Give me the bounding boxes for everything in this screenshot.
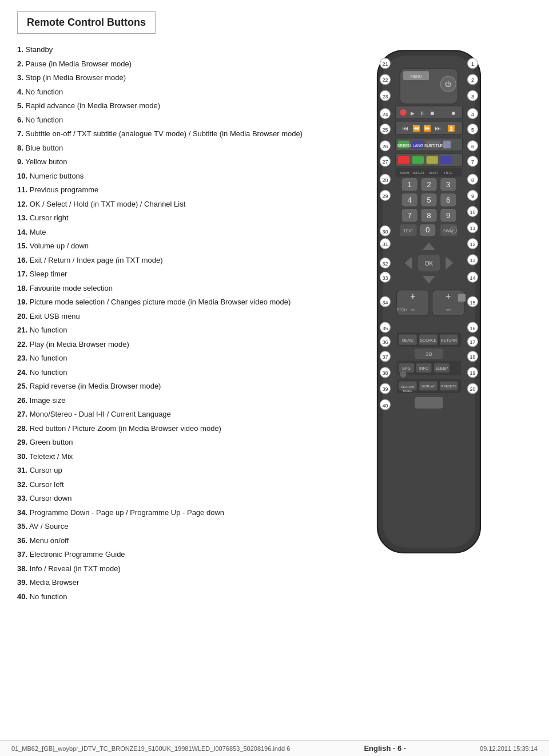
list-item: 40. No function <box>17 591 326 603</box>
svg-rect-133 <box>458 294 466 302</box>
svg-text:37: 37 <box>382 354 388 360</box>
list-item: 16. Exit / Return / Index page (in TXT m… <box>17 255 326 266</box>
svg-rect-50 <box>443 141 451 149</box>
list-item: 14. Mute <box>17 227 326 238</box>
svg-text:16: 16 <box>470 326 475 331</box>
svg-text:TITLE: TITLE <box>444 171 453 175</box>
svg-text:7: 7 <box>471 159 474 165</box>
list-item: 4. No function <box>17 86 326 98</box>
svg-point-24 <box>400 109 406 116</box>
svg-text:⏸: ⏸ <box>420 110 425 116</box>
svg-text:SEARCH: SEARCH <box>401 385 414 389</box>
list-item: 3. Stop (in Media Browser mode) <box>17 72 326 84</box>
svg-text:MODE: MODE <box>403 389 412 393</box>
svg-text:40: 40 <box>382 403 388 409</box>
svg-text:12: 12 <box>470 242 475 247</box>
list-item: 32. Cursor left <box>17 479 326 490</box>
svg-text:SWAP: SWAP <box>443 229 455 233</box>
page-title: Remote Control Buttons <box>27 17 146 29</box>
footer-bar: 01_MB62_[GB]_woybpr_IDTV_TC_BRONZE19_510… <box>0 740 549 756</box>
list-item: 35. AV / Source <box>17 521 326 532</box>
list-item: 12. OK / Select / Hold (in TXT mode) / C… <box>17 199 326 210</box>
footer-left: 01_MB62_[GB]_woybpr_IDTV_TC_BRONZE19_510… <box>11 745 290 752</box>
svg-text:10: 10 <box>470 209 475 215</box>
svg-text:24: 24 <box>382 112 388 117</box>
svg-text:LANG: LANG <box>413 144 423 148</box>
page-wrapper: Remote Control Buttons 1. Standby2. Paus… <box>0 0 549 756</box>
list-item: 7. Subtitle on-off / TXT subtitle (analo… <box>17 128 326 140</box>
svg-text:ZOOM: ZOOM <box>400 171 409 175</box>
list-item: 17. Sleep timer <box>17 268 326 280</box>
list-item: 9. Yellow buton <box>17 156 326 168</box>
list-item: 38. Info / Reveal (in TXT mode) <box>17 563 326 575</box>
text-column: 1. Standby2. Pause (in Media Browser mod… <box>17 44 326 605</box>
list-item: 10. Numeric buttons <box>17 171 326 182</box>
svg-text:18: 18 <box>470 354 475 360</box>
list-item: 27. Mono/Stereo - Dual I-II / Current La… <box>17 409 326 420</box>
svg-text:21: 21 <box>382 61 388 67</box>
svg-text:REPEAT: REPEAT <box>412 171 425 175</box>
svg-text:14: 14 <box>470 275 475 281</box>
list-item: 20. Exit USB menu <box>17 311 326 322</box>
list-item: 36. Menu on/off <box>17 535 326 547</box>
list-item: 2. Pause (in Media Browser mode) <box>17 58 326 70</box>
list-item: 31. Cursor up <box>17 465 326 476</box>
svg-text:⏹: ⏹ <box>429 110 435 116</box>
svg-text:29: 29 <box>382 193 388 199</box>
svg-text:MENU: MENU <box>402 338 413 342</box>
list-item: 8. Blue button <box>17 143 326 154</box>
svg-text:9: 9 <box>446 211 451 220</box>
remote-image: 21 1 22 2 23 3 <box>343 44 526 561</box>
list-item: 1. Standby <box>17 44 326 56</box>
svg-text:30: 30 <box>382 229 388 235</box>
svg-text:RETURN: RETURN <box>441 338 457 342</box>
svg-text:P/CH: P/CH <box>396 307 407 312</box>
svg-text:⏫: ⏫ <box>447 124 456 132</box>
remote-column: 21 1 22 2 23 3 <box>337 44 532 605</box>
list-item: 11. Previous programme <box>17 184 326 196</box>
svg-text:39: 39 <box>382 386 388 392</box>
svg-rect-181 <box>415 397 443 409</box>
svg-text:34: 34 <box>382 300 388 306</box>
list-item: 33. Cursor down <box>17 493 326 504</box>
list-item: 28. Red button / Picture Zoom (in Media … <box>17 423 326 434</box>
svg-text:5: 5 <box>471 127 474 133</box>
svg-text:27: 27 <box>382 159 388 165</box>
list-item: 18. Favourite mode selection <box>17 283 326 294</box>
svg-text:1: 1 <box>471 61 474 67</box>
svg-text:25: 25 <box>382 127 388 133</box>
svg-text:INFO: INFO <box>419 366 428 370</box>
svg-text:17: 17 <box>470 339 475 345</box>
svg-text:PRESETS: PRESETS <box>441 385 456 388</box>
svg-text:GREEN: GREEN <box>397 144 411 148</box>
svg-text:13: 13 <box>470 258 475 263</box>
svg-text:⏮: ⏮ <box>402 125 408 132</box>
svg-rect-58 <box>427 156 438 164</box>
list-item: 34. Programme Down - Page up / Programme… <box>17 507 326 518</box>
list-item: 39. Media Browser <box>17 577 326 588</box>
svg-text:32: 32 <box>382 261 388 267</box>
list-item: 25. Rapid reverse (in Media Browser mode… <box>17 381 326 392</box>
svg-text:1: 1 <box>407 180 412 189</box>
svg-text:31: 31 <box>382 242 388 247</box>
svg-text:11: 11 <box>470 225 475 231</box>
svg-text:26: 26 <box>382 144 388 149</box>
svg-text:⏺: ⏺ <box>451 110 456 116</box>
svg-text:DISPLAY: DISPLAY <box>421 385 435 388</box>
list-item: 6. No function <box>17 114 326 126</box>
footer-center: English - 6 - <box>364 744 406 753</box>
svg-text:⏩: ⏩ <box>423 124 432 132</box>
svg-text:38: 38 <box>382 370 388 376</box>
svg-text:EPG: EPG <box>402 366 410 370</box>
svg-text:−: − <box>445 305 451 315</box>
svg-text:28: 28 <box>382 177 388 183</box>
header-box: Remote Control Buttons <box>17 11 156 34</box>
svg-text:6: 6 <box>446 196 451 204</box>
list-item: 15. Volume up / down <box>17 240 326 252</box>
list-item: 21. No function <box>17 324 326 336</box>
svg-text:TEXT: TEXT <box>403 229 413 233</box>
svg-rect-56 <box>398 156 409 164</box>
svg-text:ROOT: ROOT <box>429 171 439 175</box>
svg-text:⏭: ⏭ <box>435 125 441 132</box>
svg-text:SOURCE: SOURCE <box>420 338 436 342</box>
